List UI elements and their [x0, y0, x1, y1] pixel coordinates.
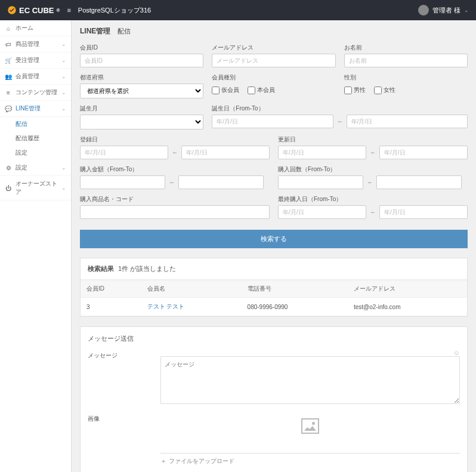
logo-text: EC CUBE: [19, 6, 54, 15]
sex-male[interactable]: 男性: [344, 86, 366, 94]
product-code-label: 購入商品名・コード: [80, 195, 270, 203]
birth-date-field: 誕生日（From-To） ～: [212, 104, 468, 129]
chevron-down-icon: ⌄: [61, 165, 66, 171]
reg-date-field: 登録日 ～: [80, 135, 270, 159]
sidebar-item-member[interactable]: 👥会員管理⌄: [0, 69, 71, 85]
sidebar-item-owners[interactable]: ⏻オーナーズストア⌄: [0, 176, 71, 200]
purchase-count-field: 購入回数（From-To） ～: [278, 165, 468, 189]
logo-icon: [7, 5, 17, 15]
name-input[interactable]: [344, 54, 468, 67]
sidebar: ⌂ホーム 🏷商品管理⌄ 🛒受注管理⌄ 👥会員管理⌄ ≡コンテンツ管理⌄ 💬LIN…: [0, 20, 72, 472]
results-table: 会員ID 会員名 電話番号 メールアドレス 3 テスト テスト 080-9996…: [81, 280, 467, 316]
last-from-input[interactable]: [278, 205, 366, 219]
pref-field: 都道府県 都道府県を選択: [80, 73, 203, 98]
sex-label: 性別: [344, 73, 468, 82]
sidebar-item-home[interactable]: ⌂ホーム: [0, 20, 71, 36]
topbar: EC CUBE ® ≡ PostgreSQLショップ316 管理者 様 ⌄: [0, 0, 476, 20]
sidebar-item-order[interactable]: 🛒受注管理⌄: [0, 53, 71, 69]
sidebar-item-product[interactable]: 🏷商品管理⌄: [0, 36, 71, 53]
logo[interactable]: EC CUBE ®: [7, 5, 60, 15]
message-textarea[interactable]: [160, 356, 460, 404]
birth-from-input[interactable]: [212, 115, 333, 128]
reg-date-label: 登録日: [80, 135, 270, 144]
sidebar-item-content[interactable]: ≡コンテンツ管理⌄: [0, 85, 71, 101]
member-id-field: 会員ID: [80, 44, 203, 67]
cell-id: 3: [81, 298, 141, 316]
power-icon: ⏻: [5, 185, 12, 192]
avatar: [418, 5, 429, 16]
image-label: 画像: [88, 412, 153, 465]
reg-from-input[interactable]: [80, 146, 168, 159]
cell-name: テスト テスト: [141, 298, 242, 316]
sidebar-item-settings[interactable]: ⚙設定⌄: [0, 160, 71, 176]
file-upload-link[interactable]: ＋ ファイルをアップロード: [160, 454, 460, 465]
search-button[interactable]: 検索する: [80, 230, 468, 248]
member-link[interactable]: テスト テスト: [147, 303, 185, 310]
update-date-label: 更新日: [278, 135, 468, 144]
message-label: メッセージ: [88, 349, 153, 405]
home-icon: ⌂: [5, 25, 12, 32]
emoji-icon[interactable]: ☺: [453, 349, 460, 356]
member-id-input[interactable]: [80, 54, 203, 67]
reg-to-input[interactable]: [181, 146, 270, 159]
sex-female[interactable]: 女性: [374, 86, 395, 94]
birth-month-select[interactable]: [80, 115, 203, 129]
sidebar-sub-history[interactable]: 配信履歴: [0, 131, 71, 146]
birth-to-input[interactable]: [347, 115, 468, 128]
image-dropzone[interactable]: [160, 412, 460, 454]
chevron-down-icon: ⌄: [464, 7, 469, 13]
count-to-input[interactable]: [376, 175, 462, 189]
member-type-temp[interactable]: 仮会員: [212, 86, 239, 94]
plus-icon: ＋: [160, 457, 166, 465]
range-separator: ～: [337, 118, 343, 126]
birth-date-label: 誕生日（From-To）: [212, 104, 468, 113]
birth-month-field: 誕生月: [80, 104, 203, 129]
last-purchase-label: 最終購入日（From-To）: [278, 195, 468, 203]
product-code-input[interactable]: [80, 205, 270, 219]
page-title: LINE管理 配信: [80, 26, 468, 36]
amount-to-input[interactable]: [178, 175, 264, 189]
update-to-input[interactable]: [379, 146, 468, 159]
pref-label: 都道府県: [80, 73, 203, 82]
member-type-label: 会員種別: [212, 73, 335, 82]
chevron-down-icon: ⌄: [61, 57, 66, 63]
sidebar-sub-settings[interactable]: 設定: [0, 146, 71, 160]
sidebar-sub-delivery[interactable]: 配信: [0, 117, 71, 131]
cell-email: test@o2-info.com: [348, 298, 467, 316]
results-panel: 検索結果 1件 が該当しました 会員ID 会員名 電話番号 メールアドレス 3 …: [80, 258, 468, 317]
gear-icon: ⚙: [5, 165, 12, 171]
amount-from-input[interactable]: [80, 175, 165, 189]
email-input[interactable]: [212, 54, 335, 67]
product-code-field: 購入商品名・コード: [80, 195, 270, 219]
email-label: メールアドレス: [212, 44, 335, 52]
chevron-down-icon: ⌄: [61, 90, 66, 95]
member-type-full[interactable]: 本会員: [248, 86, 275, 94]
member-type-field: 会員種別 仮会員 本会員: [212, 73, 335, 98]
name-label: お名前: [344, 44, 468, 52]
list-icon: ≡: [5, 90, 12, 96]
purchase-count-label: 購入回数（From-To）: [278, 165, 468, 174]
count-from-input[interactable]: [278, 175, 363, 189]
sex-field: 性別 男性 女性: [344, 73, 468, 98]
col-id: 会員ID: [81, 280, 141, 298]
chevron-down-icon: ⌄: [61, 185, 66, 191]
results-header: 検索結果 1件 が該当しました: [81, 258, 467, 280]
cell-tel: 080-9996-0990: [242, 298, 348, 316]
menu-toggle-icon[interactable]: ≡: [67, 7, 70, 14]
message-panel: メッセージ送信 メッセージ ☺ 画像 ＋ ファイルをアップロード: [80, 326, 468, 472]
user-menu[interactable]: 管理者 様 ⌄: [418, 5, 469, 16]
update-from-input[interactable]: [278, 146, 366, 159]
sidebar-item-line[interactable]: 💬LINE管理⌄: [0, 101, 71, 117]
cart-icon: 🛒: [5, 57, 12, 64]
chevron-down-icon: ⌄: [61, 106, 66, 112]
image-icon: [301, 418, 319, 434]
pref-select[interactable]: 都道府県を選択: [80, 84, 203, 98]
birth-month-label: 誕生月: [80, 104, 203, 113]
purchase-amount-field: 購入金額（From-To） ～: [80, 165, 270, 189]
user-name: 管理者 様: [432, 6, 460, 15]
chevron-down-icon: ⌄: [61, 73, 66, 79]
col-tel: 電話番号: [242, 280, 348, 298]
last-to-input[interactable]: [379, 205, 468, 219]
name-field: お名前: [344, 44, 468, 67]
purchase-amount-label: 購入金額（From-To）: [80, 165, 270, 174]
